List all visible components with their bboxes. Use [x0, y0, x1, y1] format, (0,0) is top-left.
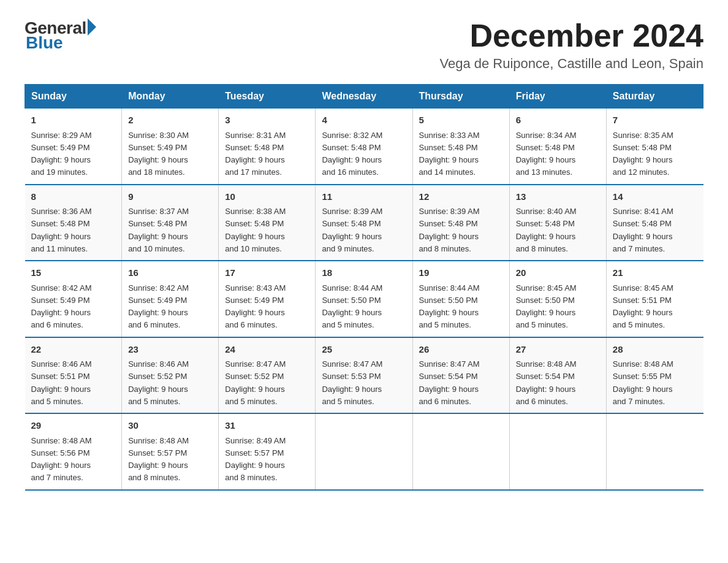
day-number: 20 — [516, 266, 600, 280]
calendar-week-row: 22Sunrise: 8:46 AMSunset: 5:51 PMDayligh… — [25, 337, 703, 414]
day-number: 23 — [128, 343, 212, 357]
month-title: December 2024 — [439, 18, 703, 53]
calendar-cell — [412, 413, 509, 490]
calendar-cell: 31Sunrise: 8:49 AMSunset: 5:57 PMDayligh… — [219, 413, 316, 490]
day-number: 1 — [31, 113, 116, 128]
day-info: Sunrise: 8:30 AMSunset: 5:49 PMDaylight:… — [128, 131, 189, 177]
calendar-cell: 10Sunrise: 8:38 AMSunset: 5:48 PMDayligh… — [219, 185, 316, 261]
day-number: 13 — [516, 190, 600, 204]
calendar-cell: 30Sunrise: 8:48 AMSunset: 5:57 PMDayligh… — [122, 413, 219, 490]
calendar-cell: 2Sunrise: 8:30 AMSunset: 5:49 PMDaylight… — [122, 109, 219, 185]
day-number: 16 — [128, 266, 212, 280]
calendar-cell: 7Sunrise: 8:35 AMSunset: 5:48 PMDaylight… — [606, 109, 703, 185]
day-number: 8 — [31, 190, 116, 204]
calendar-cell: 15Sunrise: 8:42 AMSunset: 5:49 PMDayligh… — [25, 261, 122, 337]
header-row: Sunday Monday Tuesday Wednesday Thursday… — [25, 85, 703, 109]
day-info: Sunrise: 8:43 AMSunset: 5:49 PMDaylight:… — [225, 283, 286, 330]
calendar-cell: 27Sunrise: 8:48 AMSunset: 5:54 PMDayligh… — [509, 337, 606, 414]
day-number: 10 — [225, 190, 309, 204]
calendar-body: 1Sunrise: 8:29 AMSunset: 5:49 PMDaylight… — [25, 109, 703, 490]
day-number: 25 — [322, 343, 406, 357]
calendar-cell: 28Sunrise: 8:48 AMSunset: 5:55 PMDayligh… — [606, 337, 703, 414]
logo-blue-text: Blue — [26, 33, 63, 53]
day-number: 11 — [322, 190, 406, 204]
day-info: Sunrise: 8:46 AMSunset: 5:52 PMDaylight:… — [128, 359, 189, 406]
header-wednesday: Wednesday — [316, 85, 412, 109]
calendar-cell: 25Sunrise: 8:47 AMSunset: 5:53 PMDayligh… — [316, 337, 412, 414]
calendar-cell — [509, 413, 606, 490]
day-number: 5 — [419, 113, 503, 128]
calendar-cell: 22Sunrise: 8:46 AMSunset: 5:51 PMDayligh… — [25, 337, 122, 414]
header-monday: Monday — [122, 85, 219, 109]
day-info: Sunrise: 8:32 AMSunset: 5:48 PMDaylight:… — [322, 131, 382, 177]
calendar-week-row: 8Sunrise: 8:36 AMSunset: 5:48 PMDaylight… — [25, 185, 703, 261]
page-header: General Blue December 2024 Vega de Ruipo… — [25, 18, 703, 72]
day-info: Sunrise: 8:48 AMSunset: 5:56 PMDaylight:… — [31, 436, 92, 483]
day-number: 28 — [613, 343, 697, 357]
day-info: Sunrise: 8:47 AMSunset: 5:53 PMDaylight:… — [322, 359, 382, 406]
day-info: Sunrise: 8:40 AMSunset: 5:48 PMDaylight:… — [516, 207, 577, 253]
header-saturday: Saturday — [606, 85, 703, 109]
calendar-week-row: 1Sunrise: 8:29 AMSunset: 5:49 PMDaylight… — [25, 109, 703, 185]
calendar-cell: 1Sunrise: 8:29 AMSunset: 5:49 PMDaylight… — [25, 109, 122, 185]
calendar-cell: 6Sunrise: 8:34 AMSunset: 5:48 PMDaylight… — [509, 109, 606, 185]
day-number: 7 — [613, 113, 697, 128]
calendar-cell: 13Sunrise: 8:40 AMSunset: 5:48 PMDayligh… — [509, 185, 606, 261]
calendar-cell: 3Sunrise: 8:31 AMSunset: 5:48 PMDaylight… — [219, 109, 316, 185]
day-number: 29 — [31, 419, 116, 433]
header-sunday: Sunday — [25, 85, 122, 109]
day-number: 19 — [419, 266, 503, 280]
day-number: 18 — [322, 266, 406, 280]
day-info: Sunrise: 8:35 AMSunset: 5:48 PMDaylight:… — [613, 131, 673, 177]
day-info: Sunrise: 8:31 AMSunset: 5:48 PMDaylight:… — [225, 131, 286, 177]
calendar-cell: 5Sunrise: 8:33 AMSunset: 5:48 PMDaylight… — [412, 109, 509, 185]
day-number: 21 — [613, 266, 697, 280]
calendar-cell: 20Sunrise: 8:45 AMSunset: 5:50 PMDayligh… — [509, 261, 606, 337]
day-number: 9 — [128, 190, 212, 204]
calendar-cell: 11Sunrise: 8:39 AMSunset: 5:48 PMDayligh… — [316, 185, 412, 261]
title-section: December 2024 Vega de Ruiponce, Castille… — [439, 18, 703, 72]
header-friday: Friday — [509, 85, 606, 109]
day-info: Sunrise: 8:47 AMSunset: 5:54 PMDaylight:… — [419, 359, 480, 406]
calendar-cell: 19Sunrise: 8:44 AMSunset: 5:50 PMDayligh… — [412, 261, 509, 337]
day-info: Sunrise: 8:48 AMSunset: 5:54 PMDaylight:… — [516, 359, 577, 406]
day-info: Sunrise: 8:45 AMSunset: 5:50 PMDaylight:… — [516, 283, 577, 330]
day-info: Sunrise: 8:39 AMSunset: 5:48 PMDaylight:… — [419, 207, 480, 253]
calendar-cell: 18Sunrise: 8:44 AMSunset: 5:50 PMDayligh… — [316, 261, 412, 337]
calendar-header: Sunday Monday Tuesday Wednesday Thursday… — [25, 85, 703, 109]
calendar-cell: 8Sunrise: 8:36 AMSunset: 5:48 PMDaylight… — [25, 185, 122, 261]
calendar-cell: 16Sunrise: 8:42 AMSunset: 5:49 PMDayligh… — [122, 261, 219, 337]
day-number: 30 — [128, 419, 212, 433]
day-info: Sunrise: 8:42 AMSunset: 5:49 PMDaylight:… — [128, 283, 189, 330]
day-info: Sunrise: 8:29 AMSunset: 5:49 PMDaylight:… — [31, 131, 92, 177]
day-number: 12 — [419, 190, 503, 204]
header-thursday: Thursday — [412, 85, 509, 109]
calendar-week-row: 15Sunrise: 8:42 AMSunset: 5:49 PMDayligh… — [25, 261, 703, 337]
day-info: Sunrise: 8:39 AMSunset: 5:48 PMDaylight:… — [322, 207, 382, 253]
calendar-cell: 26Sunrise: 8:47 AMSunset: 5:54 PMDayligh… — [412, 337, 509, 414]
calendar-cell: 9Sunrise: 8:37 AMSunset: 5:48 PMDaylight… — [122, 185, 219, 261]
day-info: Sunrise: 8:34 AMSunset: 5:48 PMDaylight:… — [516, 131, 577, 177]
logo: General Blue — [25, 18, 96, 53]
day-number: 27 — [516, 343, 600, 357]
day-number: 15 — [31, 266, 116, 280]
day-info: Sunrise: 8:33 AMSunset: 5:48 PMDaylight:… — [419, 131, 480, 177]
day-number: 14 — [613, 190, 697, 204]
day-number: 4 — [322, 113, 406, 128]
day-info: Sunrise: 8:46 AMSunset: 5:51 PMDaylight:… — [31, 359, 92, 406]
calendar-table: Sunday Monday Tuesday Wednesday Thursday… — [25, 84, 703, 491]
header-tuesday: Tuesday — [219, 85, 316, 109]
calendar-cell — [606, 413, 703, 490]
day-number: 6 — [516, 113, 600, 128]
day-info: Sunrise: 8:49 AMSunset: 5:57 PMDaylight:… — [225, 436, 286, 483]
day-info: Sunrise: 8:47 AMSunset: 5:52 PMDaylight:… — [225, 359, 286, 406]
day-info: Sunrise: 8:44 AMSunset: 5:50 PMDaylight:… — [322, 283, 382, 330]
logo-triangle-icon — [88, 18, 96, 36]
day-info: Sunrise: 8:48 AMSunset: 5:55 PMDaylight:… — [613, 359, 673, 406]
day-number: 22 — [31, 343, 116, 357]
calendar-cell: 23Sunrise: 8:46 AMSunset: 5:52 PMDayligh… — [122, 337, 219, 414]
calendar-cell: 24Sunrise: 8:47 AMSunset: 5:52 PMDayligh… — [219, 337, 316, 414]
day-number: 26 — [419, 343, 503, 357]
calendar-week-row: 29Sunrise: 8:48 AMSunset: 5:56 PMDayligh… — [25, 413, 703, 490]
day-info: Sunrise: 8:45 AMSunset: 5:51 PMDaylight:… — [613, 283, 673, 330]
